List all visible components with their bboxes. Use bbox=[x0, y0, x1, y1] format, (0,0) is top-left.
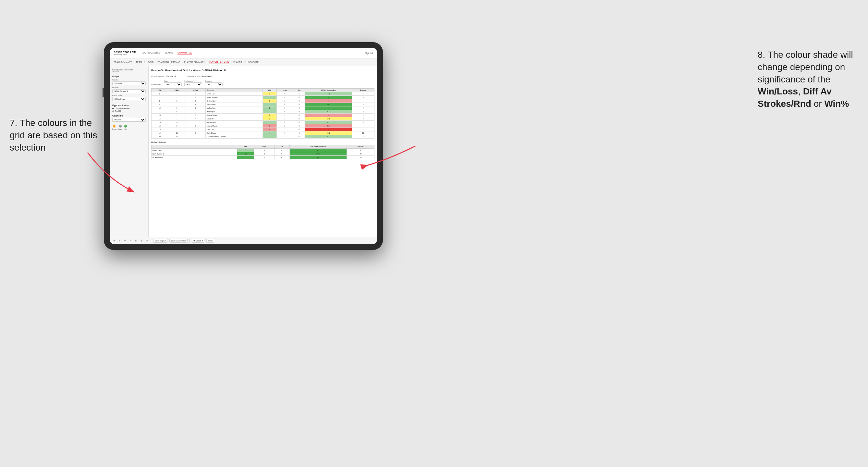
table-row: 11 5 1 Heejo Hyun 1 0 0 3.33 3 bbox=[152, 110, 374, 114]
nav-committee[interactable]: COMMITTEE bbox=[178, 51, 192, 55]
ood-table: Win Loss Tie Diff Av Strokes/Rnd Rounds … bbox=[151, 145, 374, 159]
out-of-division-header: Out of division bbox=[151, 141, 374, 144]
table-row: 18 2 2 Euna Lee 0 3 0 -5 2 bbox=[152, 128, 374, 131]
legend-dot-down bbox=[113, 125, 116, 128]
legend-dot-level bbox=[119, 125, 122, 128]
grid-title: Katelyn Vo Head-to-Head Grid for Women's… bbox=[151, 69, 374, 72]
view-original-btn[interactable]: View: Original bbox=[153, 239, 167, 243]
eye-icon: 👁 bbox=[193, 240, 195, 242]
table-row: 6 3 3 Sydney Kuo 0 1 0 -1 bbox=[152, 99, 374, 103]
opponent-filter-select[interactable]: (All) bbox=[205, 83, 223, 86]
toolbar-undo[interactable]: ↺ bbox=[112, 239, 116, 242]
col-tie: Tie bbox=[293, 89, 305, 92]
table-row: 5 2 2 Alexis Sudjianto 1 0 0 4 3 bbox=[152, 96, 374, 99]
legend-down: Down bbox=[112, 125, 117, 130]
gender-select[interactable]: Women's bbox=[112, 82, 146, 85]
nav-tournaments[interactable]: TOURNAMENTS bbox=[142, 51, 160, 55]
col-rounds: Rounds bbox=[352, 89, 374, 92]
colour-by-select[interactable]: Win/loss bbox=[112, 118, 146, 122]
col-div: # Div bbox=[152, 89, 168, 92]
nav-teams[interactable]: TEAMS bbox=[164, 51, 173, 55]
toolbar-scissors[interactable]: ✂ bbox=[129, 239, 132, 242]
region-filter-select[interactable]: (All) bbox=[164, 83, 182, 86]
col-loss: Loss bbox=[277, 89, 293, 92]
player-rank-label: Player (Rank) bbox=[112, 94, 146, 96]
filter-region: Region (All) bbox=[164, 80, 182, 86]
right-arrow bbox=[357, 139, 422, 172]
subnav-player-h2h-grid[interactable]: PLAYER H2H GRID bbox=[209, 60, 229, 64]
legend-dot-up bbox=[124, 125, 127, 128]
table-row: 3 1 1 Esther Lee 1 0 1 1.5 4 bbox=[152, 92, 374, 96]
table-row: 10 6 3 Andrea York 2 0 0 4 4 bbox=[152, 106, 374, 110]
toolbar-clock[interactable]: ⏱ bbox=[145, 240, 149, 242]
table-row: 13 1 1 Jessica Huang 0 1 0 -3 2 bbox=[152, 114, 374, 117]
subnav-team-summary[interactable]: TEAM SUMMARY bbox=[114, 60, 132, 64]
right-content: Katelyn Vo Head-to-Head Grid for Women's… bbox=[149, 66, 377, 237]
gender-label: Gender bbox=[112, 79, 146, 81]
filter-row: Opponents: Region (All) Conference (All) bbox=[151, 80, 374, 86]
toolbar-redo[interactable]: ↻ bbox=[118, 239, 121, 242]
radio-dot-top100 bbox=[112, 110, 114, 112]
legend-level: Level bbox=[118, 125, 122, 130]
division-label: Division bbox=[112, 87, 146, 89]
chevron-down-icon: ▾ bbox=[202, 240, 203, 242]
conference-filter-select[interactable]: (All) bbox=[184, 83, 202, 86]
col-reg: # Reg bbox=[168, 89, 186, 92]
ood-table-row: NCAA Division 2 5 0 0 7.4 10 bbox=[152, 156, 374, 159]
filter-opponent: Opponent (All) bbox=[205, 80, 223, 86]
subnav-player-h2h-heatmap[interactable]: PLAYER H2H HEATMAP bbox=[233, 60, 259, 64]
main-data-table: # Div # Reg # Conf Opponent Win Loss Tie… bbox=[151, 88, 374, 138]
last-updated: Last Updated: 27/03/2024 16:55:38 bbox=[112, 69, 146, 73]
toolbar-sep2 bbox=[189, 239, 190, 243]
logo-area: SCOREBOARD Powered by clippd bbox=[114, 51, 136, 56]
subnav-team-h2h-grid[interactable]: TEAM H2H GRID bbox=[136, 60, 154, 64]
filter-conference: Conference (All) bbox=[184, 80, 202, 86]
col-opponent: Opponent bbox=[206, 89, 262, 92]
main-content: Last Updated: 27/03/2024 16:55:38 Player… bbox=[110, 66, 377, 237]
toolbar-paste[interactable]: ⊕ bbox=[140, 239, 143, 242]
player-rank-select[interactable]: 8. Katelyn Vo bbox=[112, 97, 146, 101]
logo-sub: Powered by clippd bbox=[114, 54, 136, 56]
sign-out-link[interactable]: Sign out bbox=[365, 52, 373, 54]
watch-btn[interactable]: 👁 Watch ▾ bbox=[192, 239, 204, 243]
toolbar-sep1 bbox=[151, 239, 151, 243]
subnav-player-summary[interactable]: PLAYER SUMMARY bbox=[184, 60, 205, 64]
table-row: 14 7 4 Eunice Yi 2 2 0 0.38 9 bbox=[152, 117, 374, 121]
subnav-team-h2h-heatmap[interactable]: TEAM H2H HEATMAP bbox=[157, 60, 180, 64]
overall-record: Overall Record: 353 - 34 - 6 bbox=[151, 72, 176, 78]
table-row: 9 1 4 Sharon Mun 1 0 0 3.67 3 bbox=[152, 103, 374, 106]
table-row: 16 3 1 Jessica Mason 1 2 0 -0.94 bbox=[152, 124, 374, 128]
ood-table-row: Foreign Team 1 0 0 4.5 2 bbox=[152, 149, 374, 152]
division-select[interactable]: NCAA Division III bbox=[112, 89, 146, 93]
radio-opponents-played[interactable]: Opponents Played bbox=[112, 107, 146, 110]
records-row: Overall Record: 353 - 34 - 6 Division Re… bbox=[151, 72, 374, 78]
ood-col-tie: Tie bbox=[274, 145, 289, 149]
save-custom-view-btn[interactable]: Save Custom View bbox=[169, 239, 188, 243]
sub-nav: TEAM SUMMARY TEAM H2H GRID TEAM H2H HEAT… bbox=[110, 58, 377, 66]
player-section-title: Player bbox=[112, 75, 146, 77]
share-btn[interactable]: Share bbox=[206, 239, 215, 243]
radio-top100[interactable]: Top 100 bbox=[112, 110, 146, 112]
radio-dot-opponents bbox=[112, 108, 114, 110]
toolbar-copy[interactable]: ⎘ bbox=[134, 240, 137, 242]
bottom-toolbar: ↺ ↻ ↷ ✂ ⎘ ⊕ ⏱ View: Original Save Custom… bbox=[110, 237, 377, 244]
table-row: 15 8 5 Stella Cheng 1 0 0 1.25 4 bbox=[152, 121, 374, 124]
col-conf: # Conf bbox=[186, 89, 206, 92]
ood-col-diff: Diff Av Strokes/Rnd bbox=[289, 145, 347, 149]
opponent-view-label: Opponent view bbox=[112, 104, 146, 106]
side-button bbox=[102, 88, 104, 97]
ood-col-loss: Loss bbox=[254, 145, 275, 149]
legend-up: Up bbox=[124, 125, 127, 130]
tablet-screen: SCOREBOARD Powered by clippd TOURNAMENTS… bbox=[110, 48, 377, 244]
right-annotation: 8. The colour shade will change dependin… bbox=[758, 49, 862, 110]
nav-items: TOURNAMENTS TEAMS COMMITTEE bbox=[142, 51, 365, 55]
col-diff-av: Diff Av Strokes/Rnd bbox=[305, 89, 352, 92]
table-row: 19 10 6 Emily Chang 4 1 0 0.3 11 bbox=[152, 131, 374, 135]
division-record: Division Record: 331 - 34 - 6 bbox=[186, 72, 212, 78]
toolbar-redo2[interactable]: ↷ bbox=[123, 239, 127, 242]
colour-by-label: Colour by bbox=[112, 115, 146, 117]
ood-table-row: NAIA Division 1 15 0 0 9.267 30 bbox=[152, 152, 374, 156]
legend-row: Down Level Up bbox=[112, 125, 146, 130]
right-bold-win-loss: Win/Loss bbox=[758, 86, 798, 96]
ood-col-win: Win bbox=[237, 145, 254, 149]
